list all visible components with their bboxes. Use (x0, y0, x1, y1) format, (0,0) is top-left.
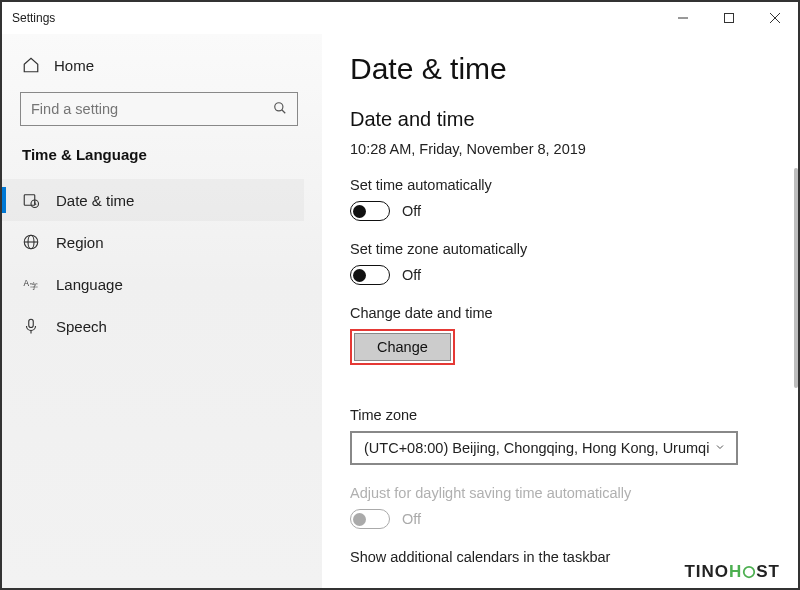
svg-line-9 (35, 204, 37, 205)
section-heading: Date and time (350, 108, 774, 131)
page-title: Date & time (350, 52, 774, 86)
svg-point-4 (275, 102, 283, 110)
maximize-button[interactable] (706, 2, 752, 34)
change-button[interactable]: Change (354, 333, 451, 361)
current-datetime: 10:28 AM, Friday, November 8, 2019 (350, 141, 774, 157)
chevron-down-icon (714, 441, 726, 456)
search-box[interactable] (20, 92, 298, 126)
sidebar-item-label: Speech (56, 318, 107, 335)
sidebar-item-region[interactable]: Region (2, 221, 304, 263)
scrollbar-thumb[interactable] (794, 168, 798, 388)
set-tz-auto-state: Off (402, 267, 421, 283)
sidebar-item-label: Date & time (56, 192, 134, 209)
sidebar: Home Time & Language Date & time Regi (2, 34, 322, 588)
dst-toggle (350, 509, 390, 529)
microphone-icon (22, 317, 40, 335)
highlight-box: Change (350, 329, 455, 365)
svg-rect-1 (725, 14, 734, 23)
sidebar-item-label: Language (56, 276, 123, 293)
language-icon: A字 (22, 275, 40, 293)
timezone-select[interactable]: (UTC+08:00) Beijing, Chongqing, Hong Kon… (350, 431, 738, 465)
search-icon (273, 101, 287, 118)
svg-rect-15 (29, 319, 34, 327)
window-controls (660, 2, 798, 34)
dst-state: Off (402, 511, 421, 527)
search-input[interactable] (31, 101, 273, 117)
sidebar-item-language[interactable]: A字 Language (2, 263, 304, 305)
sidebar-section-title: Time & Language (2, 140, 304, 179)
home-icon (22, 56, 40, 74)
calendar-clock-icon (22, 191, 40, 209)
timezone-label: Time zone (350, 407, 774, 423)
svg-text:A: A (24, 279, 30, 288)
set-tz-auto-toggle[interactable] (350, 265, 390, 285)
minimize-button[interactable] (660, 2, 706, 34)
globe-icon (22, 233, 40, 251)
main-content: Date & time Date and time 10:28 AM, Frid… (322, 34, 798, 588)
home-label: Home (54, 57, 94, 74)
sidebar-item-speech[interactable]: Speech (2, 305, 304, 347)
timezone-value: (UTC+08:00) Beijing, Chongqing, Hong Kon… (364, 440, 709, 456)
set-time-auto-toggle[interactable] (350, 201, 390, 221)
svg-point-17 (744, 567, 755, 578)
home-nav[interactable]: Home (2, 46, 304, 84)
change-datetime-label: Change date and time (350, 305, 774, 321)
svg-text:字: 字 (30, 282, 38, 291)
close-button[interactable] (752, 2, 798, 34)
set-time-auto-label: Set time automatically (350, 177, 774, 193)
set-time-auto-state: Off (402, 203, 421, 219)
titlebar: Settings (2, 2, 798, 34)
window-title: Settings (12, 11, 55, 25)
dst-label: Adjust for daylight saving time automati… (350, 485, 774, 501)
svg-line-5 (282, 109, 286, 113)
watermark: TINOHST (684, 562, 780, 582)
sidebar-item-label: Region (56, 234, 104, 251)
set-tz-auto-label: Set time zone automatically (350, 241, 774, 257)
sidebar-item-date-time[interactable]: Date & time (2, 179, 304, 221)
